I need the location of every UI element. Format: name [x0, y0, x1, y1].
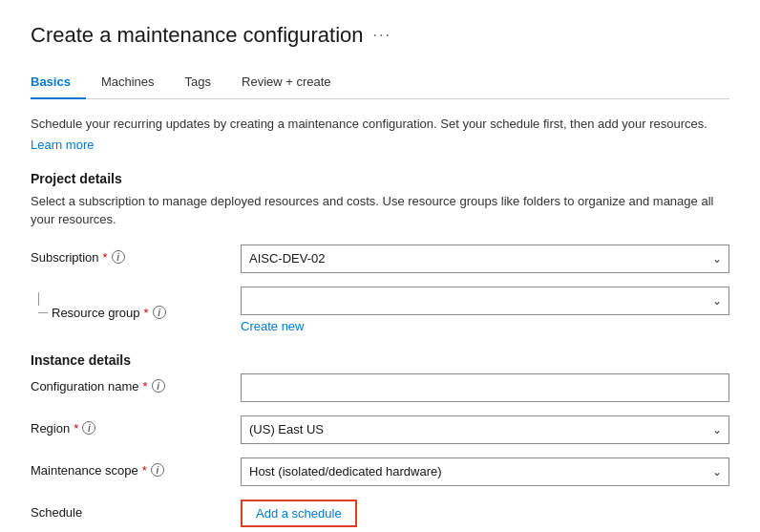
- configuration-name-row: Configuration name * i: [31, 373, 729, 402]
- region-select-wrapper: (US) East US ⌄: [241, 415, 729, 444]
- schedule-label-col: Schedule: [31, 500, 241, 520]
- region-info-icon[interactable]: i: [82, 421, 95, 435]
- basics-description: Schedule your recurring updates by creat…: [31, 115, 729, 134]
- configuration-name-control: [241, 373, 729, 402]
- subscription-label-col: Subscription * i: [31, 245, 241, 265]
- region-label: Region: [31, 421, 70, 436]
- tab-basics[interactable]: Basics: [31, 67, 86, 98]
- maintenance-scope-select[interactable]: Host (isolated/dedicated hardware): [241, 458, 729, 486]
- schedule-row: Schedule Add a schedule: [31, 500, 729, 527]
- more-options-icon[interactable]: ···: [373, 27, 391, 44]
- tab-review-create[interactable]: Review + create: [226, 67, 347, 98]
- maintenance-scope-label: Maintenance scope: [31, 463, 138, 478]
- project-details-title: Project details: [31, 171, 729, 186]
- resource-group-select[interactable]: [241, 287, 729, 315]
- subscription-required: *: [103, 250, 108, 265]
- maintenance-scope-row: Maintenance scope * i Host (isolated/ded…: [31, 458, 729, 486]
- create-new-link[interactable]: Create new: [241, 319, 304, 333]
- configuration-name-input[interactable]: [241, 373, 729, 402]
- resource-group-label: Resource group: [52, 306, 140, 320]
- page-title-row: Create a maintenance configuration ···: [31, 23, 729, 48]
- region-row: Region * i (US) East US ⌄: [31, 415, 729, 444]
- maintenance-scope-control: Host (isolated/dedicated hardware) ⌄: [241, 458, 729, 486]
- subscription-label: Subscription: [31, 250, 99, 265]
- project-details-description: Select a subscription to manage deployed…: [31, 192, 729, 229]
- subscription-select[interactable]: AISC-DEV-02: [241, 245, 729, 273]
- maintenance-scope-info-icon[interactable]: i: [151, 463, 164, 477]
- region-required: *: [74, 421, 78, 436]
- tab-tags[interactable]: Tags: [170, 67, 226, 98]
- learn-more-link[interactable]: Learn more: [31, 138, 94, 152]
- resource-group-required: *: [144, 306, 149, 320]
- configuration-name-info-icon[interactable]: i: [152, 379, 165, 393]
- subscription-row: Subscription * i AISC-DEV-02 ⌄: [31, 245, 729, 273]
- resource-group-select-wrapper: ⌄: [241, 287, 729, 315]
- configuration-name-label: Configuration name: [31, 379, 138, 394]
- configuration-name-required: *: [142, 379, 147, 394]
- region-select[interactable]: (US) East US: [241, 415, 729, 444]
- instance-details-title: Instance details: [31, 352, 729, 368]
- add-schedule-button[interactable]: Add a schedule: [241, 500, 357, 527]
- maintenance-scope-select-wrapper: Host (isolated/dedicated hardware) ⌄: [241, 458, 729, 486]
- maintenance-scope-required: *: [142, 463, 147, 478]
- subscription-control: AISC-DEV-02 ⌄: [241, 245, 729, 273]
- resource-group-info-icon[interactable]: i: [153, 306, 166, 319]
- maintenance-scope-label-col: Maintenance scope * i: [31, 458, 241, 478]
- tab-bar: Basics Machines Tags Review + create: [31, 67, 729, 99]
- region-control: (US) East US ⌄: [241, 415, 729, 444]
- region-label-col: Region * i: [31, 415, 241, 436]
- subscription-select-wrapper: AISC-DEV-02 ⌄: [241, 245, 729, 273]
- schedule-label: Schedule: [31, 505, 82, 520]
- resource-group-row: Resource group * i ⌄ Create new: [31, 287, 729, 333]
- subscription-info-icon[interactable]: i: [112, 250, 125, 264]
- configuration-name-label-col: Configuration name * i: [31, 373, 241, 394]
- resource-group-control: ⌄ Create new: [241, 287, 729, 333]
- schedule-control: Add a schedule: [241, 500, 729, 527]
- resource-group-label-col: Resource group * i: [31, 287, 241, 320]
- tab-machines[interactable]: Machines: [86, 67, 170, 98]
- page-title: Create a maintenance configuration: [31, 23, 364, 48]
